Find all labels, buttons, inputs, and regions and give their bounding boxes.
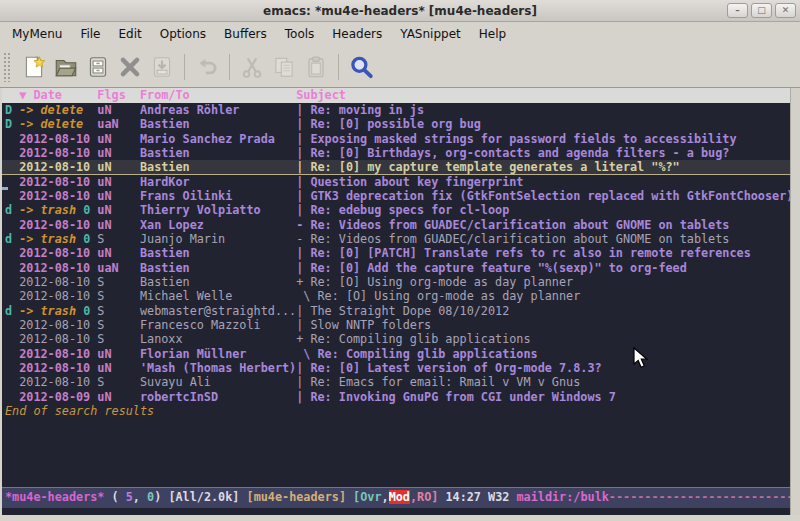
echo-area[interactable]: [2, 508, 790, 515]
close-button[interactable]: ✕: [775, 3, 796, 18]
message-row[interactable]: d-> trash 0Swebmaster@straightd...| The …: [2, 304, 790, 318]
from-cell: Michael Welle: [140, 289, 296, 303]
date-cell: 2012-08-09: [19, 390, 97, 404]
menu-item-buffers[interactable]: Buffers: [215, 23, 276, 45]
subject-cell: \ Re: [O] Using org-mode as day planner: [296, 289, 790, 303]
message-row[interactable]: 2012-08-10uNXan Lopez- Re: Videos from G…: [2, 218, 790, 232]
date-cell: -> trash 0: [19, 232, 97, 246]
message-row[interactable]: 2012-08-10SLanoxx+ Re: Compiling glib ap…: [2, 332, 790, 346]
flags-cell: S: [97, 318, 140, 332]
titlebar[interactable]: emacs: *mu4e-headers* [mu4e-headers] – □…: [0, 0, 800, 22]
message-row[interactable]: 2012-08-10uNHardKor| Question about key …: [2, 175, 790, 189]
column-from-to[interactable]: From/To: [140, 88, 296, 103]
modeline-segment: *mu4e-headers*: [5, 490, 104, 504]
modeline-segment: --------------------------: [609, 490, 790, 504]
mark-cell: D: [5, 103, 19, 117]
open-folder-icon[interactable]: [50, 51, 82, 83]
save-buffer-icon[interactable]: [82, 51, 114, 83]
from-cell: Frans Oilinki: [140, 189, 296, 203]
mark-cell: [5, 189, 19, 203]
message-row[interactable]: d-> trash 0uNThierry Volpiatto| Re: edeb…: [2, 203, 790, 217]
message-row[interactable]: 2012-08-10uNBastien| Re: [0] Birthdays, …: [2, 146, 790, 160]
mark-cell: [5, 361, 19, 375]
from-cell: 'Mash (Thomas Herbert): [140, 361, 296, 375]
mark-cell: [5, 390, 19, 404]
message-row[interactable]: 2012-08-10uNBastien| Re: [0] my capture …: [2, 160, 790, 174]
message-row[interactable]: 2012-08-10uN'Mash (Thomas Herbert)| Re: …: [2, 361, 790, 375]
message-row[interactable]: 2012-08-10uNMario Sanchez Prada| Exposin…: [2, 132, 790, 146]
menu-item-edit[interactable]: Edit: [110, 23, 151, 45]
flags-cell: uN: [97, 203, 140, 217]
from-cell: Bastien: [140, 246, 296, 260]
from-cell: Thierry Volpiatto: [140, 203, 296, 217]
headers-column-row: ▼ Date Flgs From/To Subject: [2, 88, 790, 103]
modeline-segment: (: [104, 490, 125, 504]
scrollbar[interactable]: [790, 88, 800, 515]
column-mark: [5, 88, 19, 103]
menu-item-mymenu[interactable]: MyMenu: [3, 23, 71, 45]
new-file-icon[interactable]: [18, 51, 50, 83]
flags-cell: uN: [97, 132, 140, 146]
flags-cell: S: [97, 275, 140, 289]
subject-cell: + Re: Compiling glib applications: [296, 332, 790, 346]
undo-icon[interactable]: [191, 51, 223, 83]
message-row[interactable]: 2012-08-10SMichael Welle \ Re: [O] Using…: [2, 289, 790, 303]
sort-descending-icon: ▼: [19, 88, 26, 102]
column-subject[interactable]: Subject: [296, 88, 790, 103]
message-row[interactable]: 2012-08-10uNFlorian Müllner \ Re: Compil…: [2, 347, 790, 361]
from-cell: Florian Müllner: [140, 347, 296, 361]
menu-item-tools[interactable]: Tools: [276, 23, 324, 45]
tool-bar: [0, 46, 800, 88]
menu-item-file[interactable]: File: [71, 23, 109, 45]
message-list[interactable]: D-> deleteuNAndreas Röhler| Re: moving i…: [2, 103, 790, 487]
flags-cell: uN: [97, 103, 140, 117]
menu-item-yasnippet[interactable]: YASnippet: [391, 23, 470, 45]
menu-item-help[interactable]: Help: [470, 23, 515, 45]
message-row[interactable]: 2012-08-10SSuvayu Ali| Re: Emacs for ema…: [2, 375, 790, 389]
message-row[interactable]: 2012-08-10uNFrans Oilinki| GTK3 deprecat…: [2, 189, 790, 203]
date-cell: 2012-08-10: [19, 175, 97, 189]
date-cell: 2012-08-10: [19, 361, 97, 375]
message-row[interactable]: 2012-08-10SBastien+ Re: [O] Using org-mo…: [2, 275, 790, 289]
date-cell: 2012-08-10: [19, 275, 97, 289]
flags-cell: S: [97, 304, 140, 318]
mark-cell: [5, 347, 19, 361]
paste-icon[interactable]: [300, 51, 332, 83]
message-row[interactable]: D-> deleteuaNBastien| Re: [0] possible o…: [2, 117, 790, 131]
modeline-segment: ,: [382, 490, 389, 504]
close-buffer-icon[interactable]: [114, 51, 146, 83]
maximize-button[interactable]: □: [751, 3, 772, 18]
cut-icon[interactable]: [236, 51, 268, 83]
menu-item-options[interactable]: Options: [151, 23, 215, 45]
from-cell: Xan Lopez: [140, 218, 296, 232]
from-cell: Bastien: [140, 275, 296, 289]
toolbar-grip[interactable]: [3, 52, 12, 82]
copy-icon[interactable]: [268, 51, 300, 83]
date-cell: 2012-08-10: [19, 318, 97, 332]
toolbar-separator: [184, 54, 185, 80]
date-cell: 2012-08-10: [19, 375, 97, 389]
mark-cell: [5, 275, 19, 289]
search-icon[interactable]: [345, 51, 377, 83]
menu-item-headers[interactable]: Headers: [323, 23, 391, 45]
message-row[interactable]: D-> deleteuNAndreas Röhler| Re: moving i…: [2, 103, 790, 117]
subject-cell: - Re: Videos from GUADEC/clarification a…: [296, 218, 790, 232]
import-file-icon[interactable]: [146, 51, 178, 83]
subject-cell: | Re: Emacs for email: Rmail v VM v Gnus: [296, 375, 790, 389]
date-cell: -> delete: [19, 103, 97, 117]
flags-cell: uN: [97, 347, 140, 361]
from-cell: Bastien: [140, 146, 296, 160]
minimize-button[interactable]: –: [727, 3, 748, 18]
column-date[interactable]: ▼ Date: [19, 88, 97, 103]
message-row[interactable]: 2012-08-10uNBastien| Re: [0] [PATCH] Tra…: [2, 246, 790, 260]
flags-cell: uN: [97, 390, 140, 404]
message-row[interactable]: 2012-08-10uaNBastien| Re: [0] Add the ca…: [2, 261, 790, 275]
message-row[interactable]: 2012-08-10SFrancesco Mazzoli| Slow NNTP …: [2, 318, 790, 332]
column-flags[interactable]: Flgs: [97, 88, 140, 103]
from-cell: Bastien: [140, 261, 296, 275]
flags-cell: uN: [97, 246, 140, 260]
flags-cell: S: [97, 332, 140, 346]
message-row[interactable]: d-> trash 0SJuanjo Marin- Re: Videos fro…: [2, 232, 790, 246]
subject-cell: | Re: Invoking GnuPG from CGI under Wind…: [296, 390, 790, 404]
message-row[interactable]: 2012-08-09uNrobertcInSD| Re: Invoking Gn…: [2, 390, 790, 404]
